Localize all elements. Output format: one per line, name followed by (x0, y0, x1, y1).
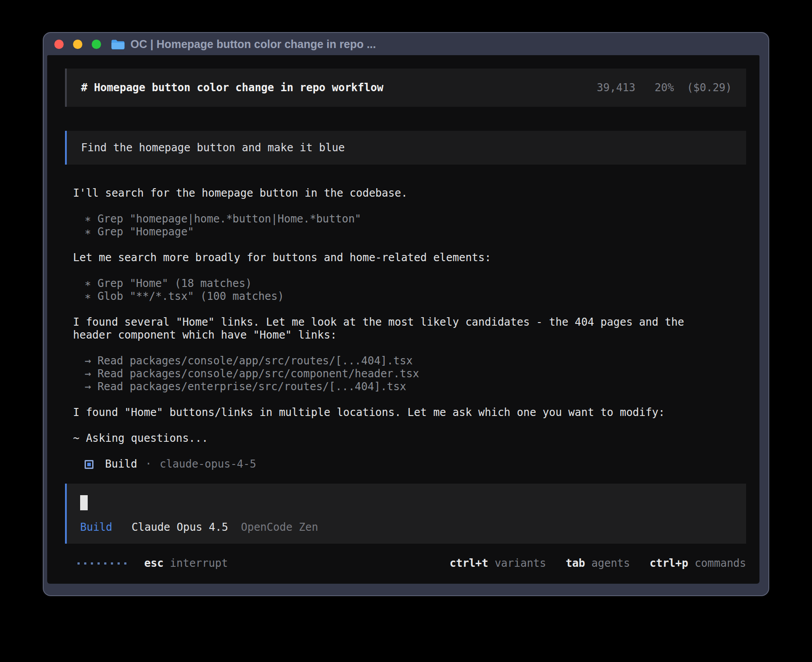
user-message-text: Find the homepage button and make it blu… (81, 141, 345, 154)
assistant-message: I'll search for the homepage button in t… (73, 187, 697, 200)
hint-key: ctrl+t (450, 557, 488, 570)
agent-square-icon (85, 460, 93, 469)
terminal-window: OC | Homepage button color change in rep… (43, 32, 769, 596)
hint-label: agents (592, 557, 630, 570)
hint-key: esc (144, 557, 163, 570)
tool-call-read: → Read packages/console/app/src/routes/[… (73, 355, 746, 367)
hint-key: tab (566, 557, 585, 570)
tool-call-group: → Read packages/console/app/src/routes/[… (73, 355, 746, 393)
tool-call-group: ∗ Grep "homepage|home.*button|Home.*butt… (73, 213, 746, 238)
model-provider-label: OpenCode Zen (241, 521, 318, 533)
assistant-message: Let me search more broadly for buttons a… (73, 251, 697, 264)
tool-call-read: → Read packages/console/app/src/componen… (73, 367, 746, 380)
hint-interrupt: esc interrupt (144, 557, 228, 570)
tool-call-group: ∗ Grep "Home" (18 matches) ∗ Glob "**/*.… (73, 277, 746, 303)
spinner-dots-icon (77, 562, 126, 565)
hint-commands: ctrl+p commands (650, 557, 746, 570)
tool-call-grep: ∗ Grep "Homepage" (73, 226, 746, 238)
status-bar: esc interrupt ctrl+t variants tab agents… (65, 557, 746, 570)
agent-name: Build (105, 458, 137, 471)
text-cursor (80, 495, 88, 510)
context-percent: 20% (655, 81, 674, 94)
window-titlebar: OC | Homepage button color change in rep… (44, 33, 768, 55)
hint-label: interrupt (170, 557, 228, 570)
assistant-transcript: I'll search for the homepage button in t… (73, 187, 746, 471)
window-title: OC | Homepage button color change in rep… (130, 38, 376, 51)
tool-call-grep: ∗ Grep "Home" (18 matches) (73, 277, 746, 290)
session-stats: 39,413 20% ($0.29) (597, 81, 732, 94)
close-button[interactable] (54, 40, 64, 49)
assistant-message: I found several "Home" links. Let me loo… (73, 316, 697, 342)
folder-icon (111, 39, 125, 50)
agent-model: claude-opus-4-5 (160, 458, 256, 471)
hint-key: ctrl+p (650, 557, 688, 570)
model-row: Build Claude Opus 4.5 OpenCode Zen (80, 521, 733, 534)
agent-status-row: Build · claude-opus-4-5 (73, 458, 746, 471)
separator-dot: · (145, 458, 151, 471)
hint-label: variants (495, 557, 546, 570)
user-message: Find the homepage button and make it blu… (65, 131, 746, 165)
tool-call-glob: ∗ Glob "**/*.tsx" (100 matches) (73, 290, 746, 303)
prompt-input[interactable]: Build Claude Opus 4.5 OpenCode Zen (65, 484, 746, 544)
active-agent-label[interactable]: Build (80, 521, 112, 533)
assistant-message: I found "Home" buttons/links in multiple… (73, 406, 697, 419)
session-cost: ($0.29) (687, 81, 732, 94)
token-count: 39,413 (597, 81, 636, 94)
prompt-input-line[interactable] (80, 495, 733, 510)
hint-label: commands (694, 557, 746, 570)
tool-call-grep: ∗ Grep "homepage|home.*button|Home.*butt… (73, 213, 746, 226)
asking-questions-status: ~ Asking questions... (73, 432, 746, 445)
window-controls (54, 40, 101, 49)
session-title: # Homepage button color change in repo w… (81, 81, 383, 94)
hint-variants: ctrl+t variants (450, 557, 546, 570)
terminal-content: # Homepage button color change in repo w… (47, 55, 759, 584)
maximize-button[interactable] (92, 40, 101, 49)
active-model-label[interactable]: Claude Opus 4.5 (132, 521, 228, 533)
tool-call-read: → Read packages/enterprise/src/routes/[.… (73, 380, 746, 393)
hint-agents: tab agents (566, 557, 630, 570)
minimize-button[interactable] (73, 40, 82, 49)
session-header: # Homepage button color change in repo w… (65, 69, 746, 107)
